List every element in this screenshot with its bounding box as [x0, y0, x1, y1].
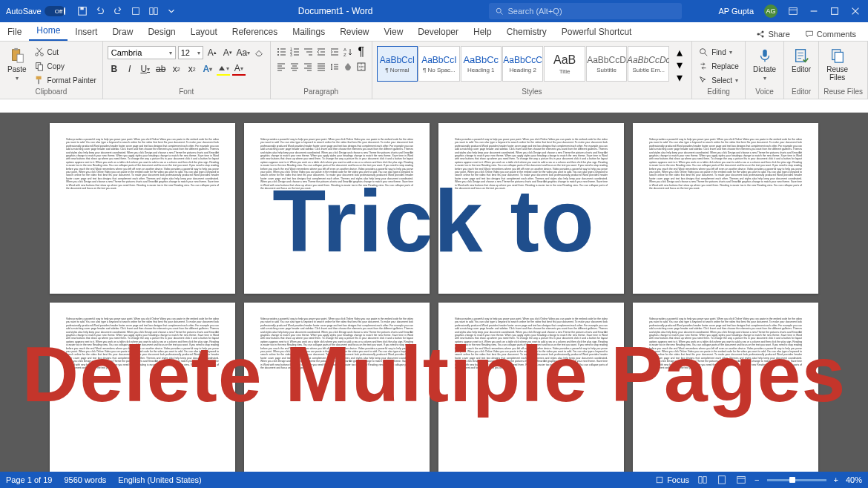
- shading-button[interactable]: [342, 61, 354, 73]
- tab-review[interactable]: Review: [332, 23, 376, 41]
- qat-icon-2[interactable]: [148, 6, 159, 16]
- show-marks-button[interactable]: ¶: [355, 46, 367, 58]
- clear-format-button[interactable]: [252, 46, 266, 59]
- line-spacing-button[interactable]: [329, 61, 341, 73]
- borders-button[interactable]: [355, 61, 367, 73]
- focus-mode[interactable]: Focus: [655, 475, 689, 484]
- editor-icon: [793, 47, 809, 64]
- toggle-switch[interactable]: Off: [45, 6, 65, 16]
- font-color-button[interactable]: A▾: [232, 62, 246, 76]
- highlight-icon: [217, 65, 226, 72]
- zoom-slider[interactable]: [767, 479, 826, 481]
- web-layout-button[interactable]: [735, 474, 747, 486]
- language-indicator[interactable]: English (United States): [118, 475, 202, 484]
- numbering-button[interactable]: 123: [289, 46, 300, 58]
- zoom-out-button[interactable]: −: [754, 475, 759, 484]
- tab-layout[interactable]: Layout: [183, 23, 225, 41]
- tab-home[interactable]: Home: [29, 22, 68, 41]
- tab-powerful-shortcut[interactable]: Powerful Shortcut: [554, 23, 640, 41]
- tab-help[interactable]: Help: [466, 23, 499, 41]
- styles-expand[interactable]: ▾: [674, 71, 685, 83]
- ribbon-options-icon[interactable]: [788, 6, 798, 16]
- italic-button[interactable]: I: [123, 62, 137, 76]
- align-center-button[interactable]: [289, 61, 300, 73]
- maximize-icon[interactable]: [829, 6, 840, 16]
- change-case-button[interactable]: Aa▾: [237, 46, 250, 59]
- bold-button[interactable]: B: [108, 62, 121, 76]
- tab-developer[interactable]: Developer: [410, 23, 466, 41]
- dictate-button[interactable]: Dictate▾: [750, 46, 779, 83]
- tab-references[interactable]: References: [225, 23, 285, 41]
- print-layout-button[interactable]: [716, 474, 728, 486]
- styles-scroll-up[interactable]: ▴: [674, 46, 685, 58]
- align-right-button[interactable]: [302, 61, 314, 73]
- grow-font-button[interactable]: A▴: [206, 46, 219, 59]
- search-icon: [495, 7, 504, 16]
- highlight-button[interactable]: ▾: [217, 62, 230, 76]
- close-icon[interactable]: [850, 6, 861, 16]
- bullets-button[interactable]: [275, 46, 287, 58]
- read-mode-button[interactable]: [697, 474, 708, 486]
- minimize-icon[interactable]: [809, 6, 819, 16]
- text-effects-button[interactable]: A▾: [201, 62, 214, 76]
- zoom-in-button[interactable]: +: [834, 475, 838, 484]
- style-heading2[interactable]: AaBbCcCHeading 2: [502, 46, 543, 82]
- tab-draw[interactable]: Draw: [105, 23, 140, 41]
- style-subtitle[interactable]: AaBbCcDSubtitle: [586, 46, 627, 82]
- align-left-button[interactable]: [275, 61, 287, 73]
- word-count[interactable]: 9560 words: [64, 475, 106, 484]
- user-name[interactable]: AP Gupta: [719, 7, 754, 16]
- decrease-indent-button[interactable]: [315, 46, 327, 58]
- search-bar[interactable]: Search (Alt+Q): [489, 3, 682, 19]
- tab-file[interactable]: File: [0, 23, 29, 41]
- redo-icon[interactable]: [113, 6, 123, 16]
- reuse-files-button[interactable]: Reuse Files: [823, 46, 851, 83]
- style-heading1[interactable]: AaBbCcHeading 1: [461, 46, 502, 82]
- style-normal[interactable]: AaBbCcI¶ Normal: [377, 46, 418, 82]
- copy-icon: [34, 61, 45, 71]
- page-indicator[interactable]: Page 1 of 19: [6, 475, 52, 484]
- tab-design[interactable]: Design: [140, 23, 183, 41]
- svg-point-18: [35, 53, 38, 56]
- sort-button[interactable]: AZ: [342, 46, 354, 58]
- qat-icon-1[interactable]: [131, 6, 141, 16]
- styles-scroll-down[interactable]: ▾: [674, 59, 685, 70]
- subscript-button[interactable]: x2: [170, 62, 183, 76]
- underline-button[interactable]: U▾: [139, 62, 152, 76]
- comments-button[interactable]: Comments: [799, 27, 862, 41]
- save-icon[interactable]: [77, 6, 88, 16]
- strikethrough-button[interactable]: ab: [154, 62, 168, 76]
- find-button[interactable]: Find▾: [697, 46, 740, 58]
- tab-mailings[interactable]: Mailings: [285, 23, 332, 41]
- select-button[interactable]: Select▾: [697, 74, 740, 86]
- tab-chemistry[interactable]: Chemistry: [499, 23, 554, 41]
- shrink-font-button[interactable]: A▾: [221, 46, 234, 59]
- undo-icon[interactable]: [95, 6, 105, 16]
- svg-point-71: [700, 49, 706, 54]
- style-subtle-em[interactable]: AaBbCcDcSubtle Em...: [628, 46, 669, 82]
- editor-button[interactable]: Editor: [789, 46, 814, 75]
- format-painter-button[interactable]: Format Painter: [33, 74, 98, 86]
- font-name-combo[interactable]: Cambria▾: [108, 46, 176, 59]
- share-button[interactable]: Share: [750, 27, 795, 41]
- font-size-combo[interactable]: 12▾: [178, 46, 203, 59]
- svg-rect-24: [36, 76, 41, 79]
- zoom-level[interactable]: 40%: [846, 475, 862, 484]
- style-nospacing[interactable]: AaBbCcI¶ No Spac...: [418, 46, 459, 82]
- cut-button[interactable]: Cut: [33, 46, 98, 58]
- copy-button[interactable]: Copy: [33, 60, 98, 72]
- style-gallery[interactable]: AaBbCcI¶ Normal AaBbCcI¶ No Spac... AaBb…: [377, 46, 670, 82]
- replace-button[interactable]: Replace: [697, 60, 740, 72]
- tab-insert[interactable]: Insert: [68, 23, 105, 41]
- increase-indent-button[interactable]: [329, 46, 341, 58]
- justify-button[interactable]: [315, 61, 327, 73]
- qat-dropdown-icon[interactable]: [166, 6, 177, 16]
- multilevel-button[interactable]: [302, 46, 314, 58]
- user-avatar[interactable]: AG: [764, 4, 777, 18]
- autosave-toggle[interactable]: AutoSave Off: [0, 6, 71, 16]
- style-title[interactable]: AaBTitle: [544, 46, 585, 82]
- superscript-button[interactable]: x2: [185, 62, 199, 76]
- horizontal-ruler[interactable]: [0, 99, 868, 113]
- tab-view[interactable]: View: [377, 23, 411, 41]
- paste-button[interactable]: Paste ▾: [4, 46, 30, 83]
